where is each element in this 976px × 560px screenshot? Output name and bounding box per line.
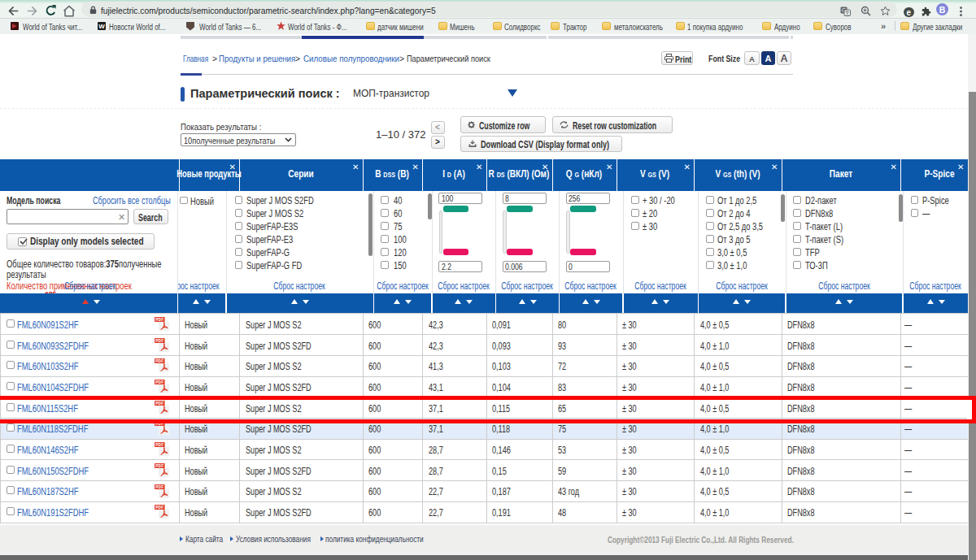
svg-text:PDF: PDF (155, 443, 163, 447)
svg-text:文: 文 (845, 10, 851, 15)
svg-text:PDF: PDF (155, 463, 163, 467)
svg-text:PDF: PDF (155, 380, 163, 384)
svg-text:PDF: PDF (155, 318, 163, 322)
svg-text:PDF: PDF (155, 338, 163, 342)
svg-text:PDF: PDF (155, 359, 163, 363)
svg-text:PDF: PDF (155, 506, 163, 510)
svg-text:PDF: PDF (155, 484, 163, 488)
